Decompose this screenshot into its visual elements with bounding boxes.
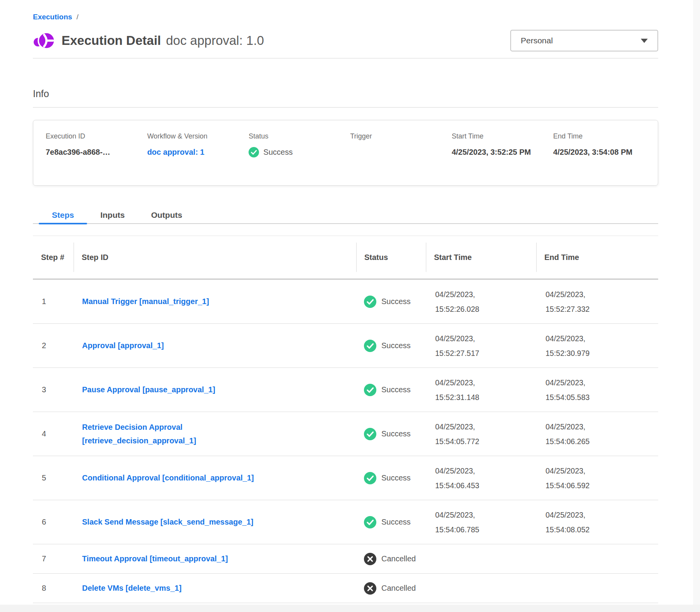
- field-workflow-version: Workflow & Version doc approval: 1: [147, 132, 249, 172]
- end-time: 04/25/2023, 15:52:27.332: [536, 287, 619, 316]
- status-text: Success: [381, 297, 411, 306]
- status-text: Cancelled: [381, 584, 416, 593]
- field-label: Status: [249, 132, 350, 140]
- step-link[interactable]: Pause Approval [pause_approval_1]: [82, 383, 215, 397]
- status-text: Success: [381, 429, 411, 438]
- title-row: Execution Detail doc approval: 1.0 Perso…: [33, 28, 658, 53]
- col-header-end-time: End Time: [536, 236, 658, 279]
- table-row: 3 Pause Approval [pause_approval_1] Succ…: [33, 368, 658, 412]
- table-header: Step # Step ID Status Start Time End Tim…: [33, 236, 658, 280]
- start-time-value: 4/25/2023, 3:52:25 PM: [452, 145, 531, 159]
- status-value: Success: [263, 145, 293, 159]
- step-link[interactable]: Timeout Approval [timeout_approval_1]: [82, 552, 228, 566]
- field-label: Execution ID: [46, 132, 147, 140]
- success-icon: [249, 147, 259, 157]
- steps-table: Step # Step ID Status Start Time End Tim…: [33, 236, 658, 603]
- cancelled-icon: [364, 582, 376, 595]
- table-row: 4 Retrieve Decision Approval [retrieve_d…: [33, 412, 658, 456]
- end-time: 04/25/2023, 15:54:06.265: [536, 419, 619, 449]
- step-number: 7: [33, 554, 74, 563]
- success-icon: [364, 296, 376, 308]
- success-icon: [364, 340, 376, 352]
- right-gutter: [693, 0, 700, 612]
- step-number: 8: [33, 584, 74, 593]
- step-number: 2: [33, 341, 74, 350]
- breadcrumb-separator: /: [76, 13, 78, 21]
- workspace-dropdown-value: Personal: [521, 36, 553, 45]
- info-heading: Info: [33, 88, 658, 99]
- tab-bar: Steps Inputs Outputs: [33, 207, 658, 224]
- page-title: Execution Detail: [62, 33, 161, 48]
- field-label: End Time: [553, 132, 655, 140]
- field-label: Start Time: [452, 132, 553, 140]
- end-time: 04/25/2023, 15:54:08.052: [536, 508, 619, 537]
- step-number: 6: [33, 518, 74, 527]
- end-time: 04/25/2023, 15:54:06.592: [536, 463, 619, 493]
- info-card: Execution ID 7e8ac396-a868-… Workflow & …: [33, 120, 658, 186]
- field-execution-id: Execution ID 7e8ac396-a868-…: [46, 132, 147, 172]
- table-row: 5 Conditional Approval [conditional_appr…: [33, 456, 658, 500]
- field-label: Trigger: [350, 132, 451, 140]
- success-icon: [364, 428, 376, 440]
- divider: [33, 107, 658, 108]
- step-number: 1: [33, 297, 74, 306]
- step-link[interactable]: Manual Trigger [manual_trigger_1]: [82, 295, 209, 308]
- start-time: 04/25/2023, 15:52:26.028: [426, 287, 509, 316]
- success-icon: [364, 472, 376, 484]
- table-row: 1 Manual Trigger [manual_trigger_1] Succ…: [33, 280, 658, 324]
- step-number: 4: [33, 429, 74, 438]
- tab-outputs[interactable]: Outputs: [138, 207, 195, 223]
- field-status: Status Success: [249, 132, 350, 172]
- col-header-step-id: Step ID: [74, 236, 356, 279]
- table-row: 8 Delete VMs [delete_vms_1] Cancelled: [33, 574, 658, 603]
- tab-steps[interactable]: Steps: [39, 207, 87, 223]
- tab-inputs[interactable]: Inputs: [87, 207, 138, 223]
- step-link[interactable]: Retrieve Decision Approval [retrieve_dec…: [82, 421, 256, 448]
- divider: [33, 58, 658, 58]
- status-text: Success: [381, 341, 411, 350]
- start-time: 04/25/2023, 15:54:06.785: [426, 508, 509, 537]
- success-icon: [364, 516, 376, 528]
- end-time-value: 4/25/2023, 3:54:08 PM: [553, 145, 633, 159]
- workspace-dropdown[interactable]: Personal: [510, 30, 658, 51]
- col-header-start-time: Start Time: [426, 236, 536, 279]
- step-link[interactable]: Conditional Approval [conditional_approv…: [82, 471, 254, 485]
- col-header-step-num: Step #: [33, 236, 74, 279]
- start-time: 04/25/2023, 15:54:06.453: [426, 463, 509, 493]
- col-header-status: Status: [356, 236, 426, 279]
- step-link[interactable]: Approval [approval_1]: [82, 339, 164, 352]
- table-row: 7 Timeout Approval [timeout_approval_1] …: [33, 544, 658, 574]
- field-trigger: Trigger: [350, 132, 451, 172]
- field-end-time: End Time 4/25/2023, 3:54:08 PM: [553, 132, 655, 172]
- main-content: Executions / Execution Detail doc approv…: [33, 0, 658, 603]
- field-start-time: Start Time 4/25/2023, 3:52:25 PM: [452, 132, 553, 172]
- cancelled-icon: [364, 553, 376, 565]
- bottom-strip: [0, 605, 700, 612]
- page-subtitle: doc approval: 1.0: [166, 33, 264, 48]
- step-number: 3: [33, 385, 74, 394]
- breadcrumb: Executions /: [33, 0, 658, 21]
- start-time: 04/25/2023, 15:52:31.148: [426, 375, 509, 405]
- workflow-version-link[interactable]: doc approval: 1: [147, 148, 204, 156]
- caret-down-icon: [641, 39, 648, 43]
- success-icon: [364, 384, 376, 396]
- table-row: 6 Slack Send Message [slack_send_message…: [33, 500, 658, 544]
- step-number: 5: [33, 474, 74, 482]
- status-text: Success: [381, 518, 411, 527]
- table-row: 2 Approval [approval_1] Success 04/25/20…: [33, 324, 658, 368]
- status-text: Cancelled: [381, 554, 416, 563]
- step-link[interactable]: Delete VMs [delete_vms_1]: [82, 581, 182, 595]
- end-time: 04/25/2023, 15:54:05.583: [536, 375, 619, 405]
- status-text: Success: [381, 385, 411, 394]
- workflow-logo-icon: [33, 31, 55, 51]
- breadcrumb-executions-link[interactable]: Executions: [33, 13, 72, 21]
- start-time: 04/25/2023, 15:54:05.772: [426, 419, 509, 449]
- status-text: Success: [381, 474, 411, 482]
- start-time: 04/25/2023, 15:52:27.517: [426, 331, 509, 361]
- field-label: Workflow & Version: [147, 132, 249, 140]
- end-time: 04/25/2023, 15:52:30.979: [536, 331, 619, 361]
- step-link[interactable]: Slack Send Message [slack_send_message_1…: [82, 515, 253, 529]
- execution-id-value: 7e8ac396-a868-…: [46, 145, 125, 159]
